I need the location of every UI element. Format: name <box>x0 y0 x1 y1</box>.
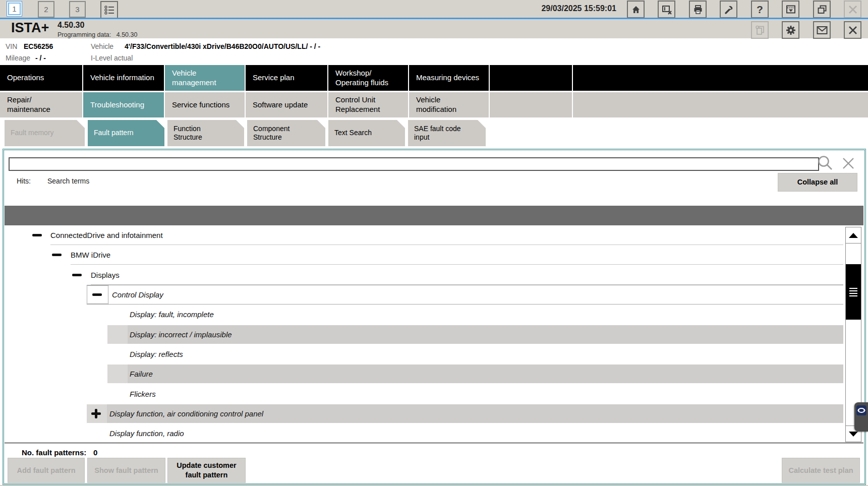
nav-tab-repair-maintenance[interactable]: Repair/ maintenance <box>0 92 82 117</box>
vehicle-label: Vehicle <box>91 42 113 51</box>
nav-tab-workshop-operating-fluids[interactable]: Workshop/ Operating fluids <box>328 65 408 91</box>
home-button[interactable] <box>627 1 645 18</box>
scrollbar-thumb[interactable] <box>846 264 861 320</box>
ista-application-window: 1 2 3 29/03/2025 15:59:01 <box>0 0 868 486</box>
copy-session-button <box>751 21 769 39</box>
restore-window-button[interactable] <box>813 1 831 18</box>
home-icon <box>631 5 641 15</box>
nav-tab-measuring-devices[interactable]: Measuring devices <box>409 65 489 91</box>
display-x-button[interactable] <box>658 1 675 18</box>
thumb-grip <box>849 295 857 296</box>
tree-row-display-incorrect-implausible[interactable]: Display: incorrect / implausible <box>0 325 843 344</box>
collapse-minus-icon[interactable] <box>92 293 102 296</box>
tree-row-label: Failure <box>130 364 153 384</box>
nav-tab-vehicle-information[interactable]: Vehicle information <box>83 65 164 91</box>
show-fault-pattern-button: Show fault pattern <box>87 458 165 483</box>
minimize-panel-button[interactable] <box>782 1 799 18</box>
collapse-minus-icon[interactable] <box>32 234 42 236</box>
tree-row-failure[interactable]: Failure <box>0 364 843 384</box>
tree-row-display-reflects[interactable]: Display: reflects <box>0 344 843 364</box>
add-fault-pattern-button: Add fault pattern <box>8 458 85 483</box>
collapse-minus-icon[interactable] <box>52 254 62 256</box>
arrow-down-icon <box>849 432 858 437</box>
subtab-sae-fault-code-input[interactable]: SAE fault code input <box>408 120 486 146</box>
vehicle-info-row-2: Mileage - / - I-Level actual <box>0 54 868 63</box>
printer-icon <box>693 5 703 15</box>
arrow-up-icon <box>849 233 858 238</box>
tree-row-label: Displays <box>91 265 120 285</box>
subtab-function-structure[interactable]: Function Structure <box>167 120 244 146</box>
update-customer-fault-pattern-button[interactable]: Update customer fault pattern <box>167 458 246 483</box>
top-session-bar <box>0 0 868 18</box>
programming-data: Programming data: 4.50.30 <box>57 31 137 38</box>
tree-row-bmw-idrive[interactable]: BMW iDrive <box>0 245 843 265</box>
collapse-minus-icon[interactable] <box>72 274 82 276</box>
scroll-up-button[interactable] <box>846 227 861 244</box>
nav-tab-service-plan[interactable]: Service plan <box>246 65 327 91</box>
subtab-text-search[interactable]: Text Search <box>328 120 405 146</box>
tree-row-label: Control Display <box>112 285 163 305</box>
search-button[interactable] <box>816 154 834 172</box>
tree-row-control-display[interactable]: Control Display <box>0 285 843 305</box>
tree-row-displays[interactable]: Displays <box>0 265 843 285</box>
tree-row-flickers[interactable]: Flickers <box>0 384 843 404</box>
wrench-icon <box>724 5 734 15</box>
fault-pattern-count-value: 0 <box>93 448 97 457</box>
tree-row-label: Flickers <box>130 384 156 404</box>
tree-row-label: Display function, air conditioning contr… <box>109 404 263 423</box>
nav-tab-software-update[interactable]: Software update <box>246 92 327 117</box>
remote-support-side-tab[interactable] <box>854 402 868 432</box>
nav-tab-empty-2 <box>573 65 868 91</box>
clear-x-icon <box>839 154 857 172</box>
tree-row-label: ConnectedDrive and infotainment <box>50 225 163 245</box>
mail-button[interactable] <box>813 21 831 39</box>
vehicle-info-row-1: VIN EC56256 Vehicle 4'/F33/Convertible/4… <box>0 42 868 51</box>
close-session-button[interactable] <box>844 21 861 39</box>
tree-row-label: Display: reflects <box>130 344 183 364</box>
tree-row-display-function-air-conditioning[interactable]: Display function, air conditioning contr… <box>0 404 843 423</box>
focus-row-border <box>87 285 843 285</box>
clear-search-button[interactable] <box>839 154 857 172</box>
vin-value: EC56256 <box>24 42 53 51</box>
programming-data-label: Programming data: <box>57 31 111 38</box>
nav-tab-empty-1 <box>490 65 572 91</box>
tree-row-display-fault-incomplete[interactable]: Display: fault, incomplete <box>0 305 843 324</box>
collapse-all-button[interactable]: Collapse all <box>778 173 857 192</box>
close-app-button <box>844 1 861 18</box>
nav-tab-service-functions[interactable]: Service functions <box>165 92 245 117</box>
workshop-tools-button[interactable] <box>720 1 737 18</box>
row-shading <box>107 364 843 383</box>
nav-tab-operations[interactable]: Operations <box>0 65 82 91</box>
settings-button[interactable] <box>782 21 799 39</box>
help-button[interactable]: ? <box>751 1 769 18</box>
window-minimize-icon <box>786 5 796 15</box>
tree-row-connecteddrive[interactable]: ConnectedDrive and infotainment <box>0 225 843 245</box>
search-input[interactable] <box>9 157 819 171</box>
tree-row-display-function-radio[interactable]: Display function, radio <box>0 423 843 443</box>
footer-divider <box>5 442 863 444</box>
subtab-fault-pattern[interactable]: Fault pattern <box>88 120 164 146</box>
nav-tab-control-unit-replacement[interactable]: Control Unit Replacement <box>328 92 408 117</box>
help-icon: ? <box>757 4 763 16</box>
tree-header-bar <box>5 206 863 225</box>
datetime-display: 29/03/2025 15:59:01 <box>490 4 616 13</box>
thumb-grip <box>849 288 857 289</box>
session-tab-3[interactable]: 3 <box>69 1 86 18</box>
icon-cell <box>107 364 128 383</box>
nav-tab-troubleshooting[interactable]: Troubleshooting <box>83 92 164 117</box>
nav-tab-empty-4 <box>573 92 868 117</box>
nav-tab-vehicle-management[interactable]: Vehicle management <box>165 65 245 91</box>
nav-tab-empty-3 <box>490 92 572 117</box>
session-tab-2[interactable]: 2 <box>38 1 54 18</box>
subtab-fault-memory: Fault memory <box>5 120 85 146</box>
tree-row-label: BMW iDrive <box>71 245 110 265</box>
subtab-component-structure[interactable]: Component Structure <box>247 120 325 146</box>
list-icon <box>104 5 115 15</box>
hits-label: Hits: <box>17 177 31 185</box>
print-button[interactable] <box>689 1 707 18</box>
tree-row-label: Display: fault, incomplete <box>130 305 214 324</box>
tree-row-label: Display: incorrect / implausible <box>130 325 232 344</box>
session-list-button[interactable] <box>100 1 118 19</box>
session-tab-1[interactable]: 1 <box>7 1 22 17</box>
nav-tab-vehicle-modification[interactable]: Vehicle modification <box>409 92 489 117</box>
